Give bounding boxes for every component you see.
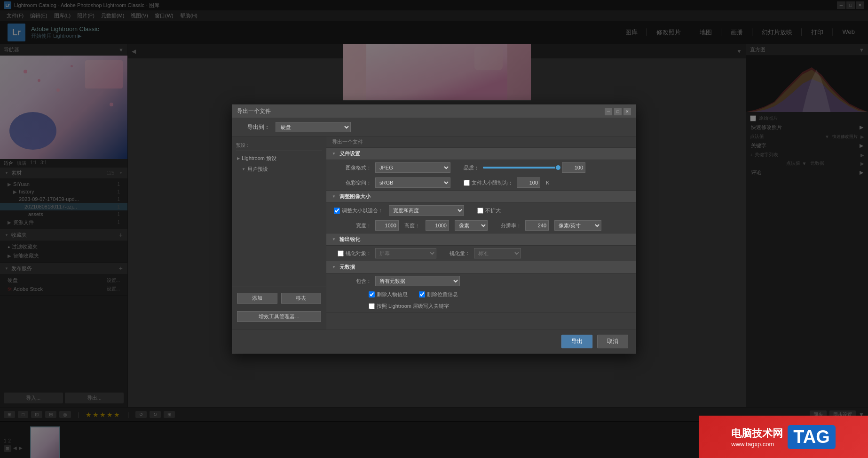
include-label: 包含： [334, 278, 371, 285]
resize-fit-row: 调整大小以适合： 宽度和高度 宽度 高度 长边 短边 [326, 203, 636, 218]
file-settings-header[interactable]: ▼ 义件设置 [326, 148, 636, 160]
dimensions-row: 宽度： 1000 高度： 1000 像素 英寸 厘米 分辨率： 240 [326, 218, 636, 233]
sharpening-title: 输出锐化 [339, 236, 360, 243]
sharpen-target-select: 屏幕 光面纸 磨砂纸 [375, 248, 436, 258]
resize-title: 调整图像大小 [339, 193, 371, 200]
modal-overlay: 导出一个文件 ─ □ ✕ 导出到： 硬盘 电子邮件 CD/DVD 预设： [0, 0, 868, 458]
plugin-manager-button[interactable]: 增效工具管理器... [237, 311, 321, 322]
sharpening-content: 锐化对象： 屏幕 光面纸 磨砂纸 锐化量： 标准 低 高 [326, 246, 636, 261]
dialog-footer: 导出 取消 [232, 329, 636, 353]
resize-content: 调整大小以适合： 宽度和高度 宽度 高度 长边 短边 [326, 203, 636, 233]
resize-fit-checkbox[interactable] [334, 208, 340, 214]
export-to-select[interactable]: 硬盘 电子邮件 CD/DVD [276, 122, 351, 132]
delete-person-row: 删除人物信息 删除位置信息 [326, 289, 636, 300]
width-label: 宽度： [334, 222, 371, 229]
user-presets-group[interactable]: ▼ 用户预设 [232, 164, 326, 175]
resize-header[interactable]: ▼ 调整图像大小 [326, 191, 636, 203]
export-to-row: 导出到： 硬盘 电子邮件 CD/DVD [232, 118, 636, 137]
include-select[interactable]: 所有元数据 版权信息 版权和联系信息 除摄像机信息的所有内容 无 [375, 276, 460, 286]
export-location-note: 导出一个文件 [326, 137, 636, 148]
height-input[interactable]: 1000 [426, 220, 449, 231]
height-label: 高度： [404, 222, 420, 229]
colorspace-row: 色彩空间： sRGB AdobeRGB ProPhoto RGB 文件大小限制为… [326, 175, 636, 190]
include-metadata-row: 包含： 所有元数据 版权信息 版权和联系信息 除摄像机信息的所有内容 无 [326, 273, 636, 289]
colorspace-select[interactable]: sRGB AdobeRGB ProPhoto RGB [375, 177, 450, 188]
quality-label: 品质： [464, 164, 479, 171]
resolution-label: 分辨率： [501, 222, 521, 229]
sharpen-label: 锐化对象： [334, 250, 371, 257]
preset-panel: 预设： ▶ Lightroom 预设 ▼ 用户预设 添加 移去 [232, 137, 326, 329]
keyword-hierarchy-checkbox[interactable] [369, 303, 375, 309]
preset-actions: 添加 移去 [232, 289, 326, 307]
dialog-close-button[interactable]: ✕ [623, 108, 631, 115]
sharpen-amount-label: 锐化量： [450, 250, 470, 257]
resize-fit-select[interactable]: 宽度和高度 宽度 高度 长边 短边 [389, 205, 464, 216]
export-dialog: 导出一个文件 ─ □ ✕ 导出到： 硬盘 电子邮件 CD/DVD 预设： [232, 104, 636, 354]
resolution-unit-select[interactable]: 像素/英寸 像素/厘米 [554, 220, 601, 231]
delete-location-checkbox[interactable] [419, 291, 425, 297]
format-label: 图像格式： [334, 164, 371, 171]
tag-badge: TAG [788, 425, 835, 449]
remove-preset-button[interactable]: 移去 [281, 293, 322, 304]
watermark-url: www.tagxp.com [731, 441, 783, 448]
limit-size-unit: K [546, 180, 549, 185]
file-settings-title: 义件设置 [339, 150, 360, 157]
limit-size-input[interactable]: 100 [517, 177, 540, 188]
metadata-title: 元数据 [339, 264, 355, 271]
limit-size-checkbox[interactable] [464, 180, 470, 186]
sharpen-amount-select: 标准 低 高 [474, 248, 521, 258]
sharpen-checkbox[interactable] [338, 250, 344, 257]
colorspace-label: 色彩空间： [334, 179, 371, 186]
dialog-title: 导出一个文件 [237, 107, 271, 115]
presets-label: 预设： [232, 140, 326, 151]
dialog-maximize-button[interactable]: □ [614, 108, 622, 115]
preset-list: ▶ Lightroom 预设 ▼ 用户预设 [232, 153, 326, 285]
format-select[interactable]: JPEG TIFF PSD PNG DNG 原始格式 [375, 162, 450, 173]
file-settings-section: ▼ 义件设置 图像格式： JPEG TIFF PSD PNG DNG [326, 148, 636, 191]
add-preset-button[interactable]: 添加 [237, 293, 277, 304]
export-confirm-button[interactable]: 导出 [561, 335, 592, 348]
resize-section: ▼ 调整图像大小 调整大小以适合： 宽度和高度 宽度 [326, 191, 636, 233]
sharpening-header[interactable]: ▼ 输出锐化 [326, 233, 636, 246]
presets-divider [236, 151, 322, 151]
delete-location-label: 删除位置信息 [419, 291, 458, 298]
pixel-unit-select[interactable]: 像素 英寸 厘米 [455, 220, 488, 231]
dialog-controls: ─ □ ✕ [605, 108, 631, 115]
sharpening-section: ▼ 输出锐化 锐化对象： 屏幕 光面纸 磨砂纸 [326, 233, 636, 261]
watermark-text: 电脑技术网 [731, 426, 783, 441]
metadata-content: 包含： 所有元数据 版权信息 版权和联系信息 除摄像机信息的所有内容 无 [326, 273, 636, 312]
keyword-hierarchy-label: 按照 Lightroom 层级写入关键字 [369, 303, 449, 310]
no-enlarge-checkbox[interactable] [477, 208, 483, 214]
settings-panel: 导出一个文件 ▼ 义件设置 图像格式： JPEG TIFF [326, 137, 636, 329]
quality-slider[interactable] [483, 167, 558, 169]
limit-size-label: 文件大小限制为： [464, 179, 513, 186]
keyword-hierarchy-row: 按照 Lightroom 层级写入关键字 [326, 300, 636, 312]
dialog-body: 预设： ▶ Lightroom 预设 ▼ 用户预设 添加 移去 [232, 137, 636, 329]
format-row: 图像格式： JPEG TIFF PSD PNG DNG 原始格式 品质： [326, 160, 636, 175]
dialog-titlebar: 导出一个文件 ─ □ ✕ [232, 105, 636, 118]
sharpen-row: 锐化对象： 屏幕 光面纸 磨砂纸 锐化量： 标准 低 高 [326, 246, 636, 261]
delete-person-checkbox[interactable] [369, 291, 375, 297]
no-enlarge-label: 不扩大 [477, 207, 501, 214]
file-settings-content: 图像格式： JPEG TIFF PSD PNG DNG 原始格式 品质： [326, 160, 636, 190]
delete-person-label: 删除人物信息 [369, 291, 408, 298]
quality-input[interactable]: 100 [562, 162, 585, 173]
dialog-minimize-button[interactable]: ─ [605, 108, 612, 115]
width-input[interactable]: 1000 [375, 220, 399, 231]
watermark: 电脑技术网 www.tagxp.com TAG [699, 416, 868, 458]
lightroom-presets-group[interactable]: ▶ Lightroom 预设 [232, 153, 326, 164]
metadata-header[interactable]: ▼ 元数据 [326, 261, 636, 273]
resolution-input[interactable]: 240 [525, 220, 549, 231]
metadata-section: ▼ 元数据 包含： 所有元数据 版权信息 版权和联系信息 除摄像机信息的所有内容… [326, 261, 636, 313]
resize-fit-label: 调整大小以适合： [334, 207, 383, 214]
cancel-button[interactable]: 取消 [597, 335, 628, 348]
export-to-label: 导出到： [242, 123, 270, 131]
